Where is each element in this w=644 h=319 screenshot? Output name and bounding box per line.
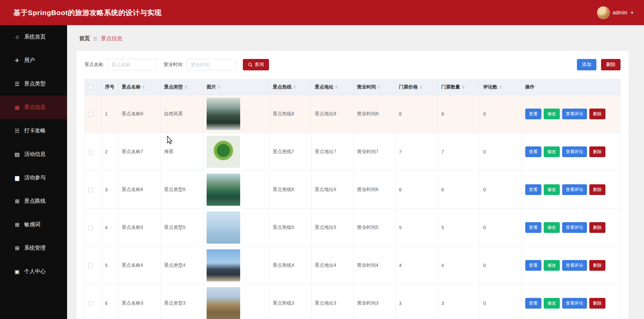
time-filter-input[interactable]: [186, 59, 236, 70]
business-hours: 营业时间3: [354, 284, 395, 319]
column-header[interactable]: 营业时间: [354, 79, 395, 95]
sidebar-item-label: 景点信息: [24, 104, 46, 111]
app-header: 基于SpringBoot的旅游攻略系统的设计与实现 admin ▼: [0, 0, 644, 25]
sidebar-item-label: 个人中心: [24, 268, 46, 275]
view-button[interactable]: 查看: [525, 222, 541, 233]
spot-name: 景点名称8: [118, 95, 161, 133]
column-header[interactable]: 门票价格: [395, 79, 438, 95]
view-comments-button[interactable]: 查看评论: [562, 109, 587, 119]
row-checkbox[interactable]: [88, 301, 93, 306]
delete-button[interactable]: 删除: [589, 222, 605, 233]
row-checkbox[interactable]: [88, 150, 93, 154]
row-index: 5: [102, 247, 118, 284]
select-all-checkbox[interactable]: [88, 85, 93, 90]
delete-button[interactable]: 删除: [589, 109, 605, 119]
sidebar-item-活动信息[interactable]: ▤活动信息: [0, 142, 67, 166]
sort-icon[interactable]: [462, 84, 465, 90]
sidebar-item-景点类型[interactable]: ☰景点类型: [0, 72, 67, 95]
view-button[interactable]: 查看: [525, 298, 541, 309]
add-button[interactable]: 添加: [577, 59, 596, 70]
column-header[interactable]: 图片: [203, 79, 269, 95]
spot-name: 景点名称5: [118, 209, 161, 247]
name-filter-input[interactable]: [107, 59, 157, 70]
sidebar-item-个人中心[interactable]: ▣个人中心: [0, 260, 67, 283]
time-filter-label: 营业时间: [164, 62, 182, 68]
breadcrumb-home[interactable]: 首页: [79, 35, 90, 42]
row-actions: 查看修改查看评论删除: [525, 222, 617, 233]
sort-icon[interactable]: [420, 84, 422, 90]
main-content: 首页 ☰ 景点信息 景点名称 营业时间 查询 添加 删除: [67, 25, 644, 319]
view-comments-button[interactable]: 查看评论: [562, 298, 587, 309]
view-button[interactable]: 查看: [525, 109, 541, 119]
edit-button[interactable]: 修改: [544, 298, 560, 309]
spot-type: 景点类型4: [161, 247, 203, 284]
column-header[interactable]: 景点名称: [118, 79, 161, 95]
avatar[interactable]: [597, 6, 610, 19]
delete-button-top[interactable]: 删除: [601, 59, 621, 70]
view-button[interactable]: 查看: [525, 184, 541, 195]
column-header[interactable]: 评论数: [480, 79, 522, 95]
column-header-label: 景点类型: [164, 84, 183, 89]
row-checkbox[interactable]: [88, 112, 93, 117]
edit-button[interactable]: 修改: [544, 109, 560, 119]
delete-button[interactable]: 删除: [589, 260, 605, 271]
edit-button[interactable]: 修改: [544, 222, 560, 233]
delete-button[interactable]: 删除: [589, 184, 605, 195]
sort-icon[interactable]: [377, 84, 380, 90]
view-comments-button[interactable]: 查看评论: [562, 184, 587, 195]
sort-icon[interactable]: [142, 84, 145, 90]
sidebar-item-景点路线[interactable]: ⊞景点路线: [0, 189, 67, 213]
view-comments-button[interactable]: 查看评论: [562, 146, 587, 157]
column-header-label: 景点地址: [315, 84, 333, 89]
view-button[interactable]: 查看: [525, 146, 541, 157]
edit-button[interactable]: 修改: [544, 184, 560, 195]
ticket-price: 6: [395, 171, 438, 209]
sort-icon[interactable]: [184, 84, 187, 90]
ticket-price: 7: [395, 133, 438, 171]
sort-icon[interactable]: [293, 84, 296, 90]
spot-hotline: 景点热线6: [269, 171, 311, 209]
comment-count: 0: [480, 95, 522, 133]
sidebar-item-景点信息[interactable]: ▦景点信息: [0, 95, 67, 119]
sidebar-item-label: 系统管理: [24, 245, 46, 252]
sort-icon[interactable]: [335, 84, 338, 90]
table-row: 6景点名称3景点类型3景点热线3景点地址3营业时间3330查看修改查看评论删除: [85, 284, 621, 319]
edit-button[interactable]: 修改: [544, 146, 560, 157]
sidebar-item-打卡攻略[interactable]: ☵打卡攻略: [0, 119, 67, 142]
row-checkbox[interactable]: [88, 188, 93, 192]
sidebar-item-label: 用户: [24, 57, 35, 64]
edit-button[interactable]: 修改: [544, 260, 560, 271]
sort-icon[interactable]: [499, 84, 502, 90]
column-header[interactable]: 门票数量: [438, 79, 480, 95]
sidebar-item-系统首页[interactable]: ⌂系统首页: [0, 25, 67, 49]
sidebar-item-敏感词[interactable]: ⊞敏感词: [0, 213, 67, 236]
user-menu[interactable]: admin ▼: [597, 6, 634, 19]
table-header-row: 序号景点名称景点类型图片景点热线景点地址营业时间门票价格门票数量评论数操作: [85, 79, 621, 95]
table-row: 4景点名称5景点类型5景点热线5景点地址5营业时间5550查看修改查看评论删除: [85, 209, 621, 247]
spot-type: 景点类型6: [161, 171, 203, 209]
sidebar-item-用户[interactable]: ✈用户: [0, 49, 67, 72]
search-button[interactable]: 查询: [243, 59, 269, 70]
sidebar-item-活动参与[interactable]: ▆活动参与: [0, 166, 67, 189]
column-header-label: 景点名称: [122, 84, 141, 89]
ticket-quantity: 4: [438, 247, 480, 284]
table-row: 1景点名称8自然风景景点热线8景点地址8营业时间8880查看修改查看评论删除: [85, 95, 621, 133]
column-header[interactable]: 景点热线: [269, 79, 311, 95]
row-checkbox[interactable]: [88, 226, 93, 230]
view-button[interactable]: 查看: [525, 260, 541, 271]
column-header[interactable]: 景点类型: [161, 79, 203, 95]
row-checkbox[interactable]: [88, 263, 93, 268]
delete-button[interactable]: 删除: [589, 298, 605, 309]
spot-type: 景点类型3: [161, 284, 203, 319]
page-title: 基于SpringBoot的旅游攻略系统的设计与实现: [13, 8, 162, 17]
sidebar-item-label: 系统首页: [24, 34, 46, 41]
column-header[interactable]: 景点地址: [311, 79, 354, 95]
delete-button[interactable]: 删除: [589, 146, 605, 157]
sort-icon[interactable]: [218, 84, 220, 90]
sidebar-item-系统管理[interactable]: ⊞系统管理: [0, 236, 67, 260]
breadcrumb: 首页 ☰ 景点信息: [67, 25, 644, 42]
send-icon: ✈: [13, 57, 21, 64]
search-button-label: 查询: [255, 62, 264, 68]
view-comments-button[interactable]: 查看评论: [562, 260, 587, 271]
view-comments-button[interactable]: 查看评论: [562, 222, 587, 233]
